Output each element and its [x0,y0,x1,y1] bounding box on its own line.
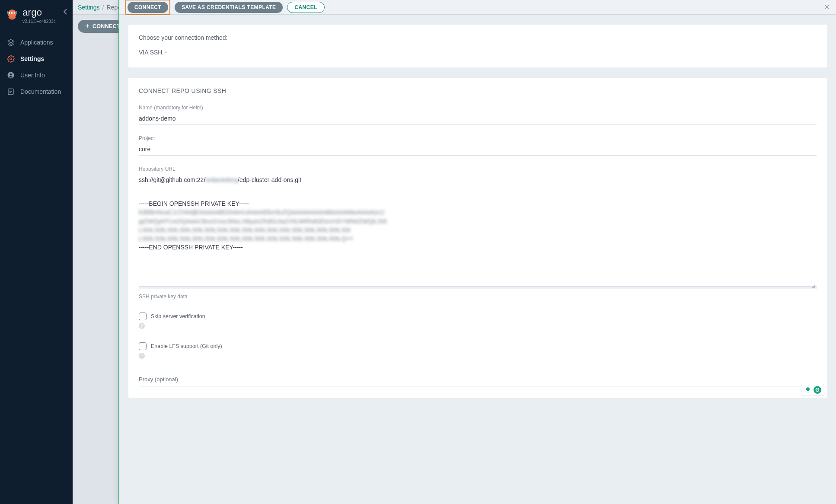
project-input[interactable] [139,144,817,156]
plus-icon [85,23,90,30]
sidebar-collapse-icon[interactable] [61,8,69,17]
panel-action-bar: CONNECT SAVE AS CREDENTIALS TEMPLATE CAN… [119,0,836,15]
highlight-frame: CONNECT [125,0,170,15]
sidebar: argo v2.11.5+c4b283c Applications Settin… [0,0,73,504]
connection-method-card: Choose your connection method: VIA SSH [128,24,827,68]
svg-point-4 [13,12,14,13]
svg-rect-10 [8,89,13,95]
cancel-button[interactable]: CANCEL [287,2,324,13]
sidebar-header: argo v2.11.5+c4b283c [0,4,73,30]
connection-method-prompt: Choose your connection method: [139,34,817,41]
name-label: Name (mandatory for Helm) [139,105,817,111]
repo-url-redacted: redactedorg [205,176,238,183]
stack-icon [6,38,15,46]
sidebar-item-user-info[interactable]: User Info [0,67,73,83]
sidebar-item-label: Applications [20,39,53,46]
project-label: Project [139,135,817,141]
name-input[interactable] [139,113,817,125]
grammarly-icon[interactable]: G [814,386,821,394]
sidebar-nav: Applications Settings User Info Document… [0,34,73,100]
ssh-key-end: -----END OPENSSH PRIVATE KEY----- [139,243,817,252]
breadcrumb-root[interactable]: Settings [78,4,100,11]
textarea-resize-handle[interactable] [139,287,817,289]
repo-url-label: Repository URL [139,166,817,172]
sidebar-item-settings[interactable]: Settings [0,51,73,67]
proxy-input-underline[interactable] [139,386,817,386]
ssh-key-begin: -----BEGIN OPENSSH PRIVATE KEY----- [139,199,817,208]
help-icon[interactable]: ? [139,323,145,329]
ssh-key-body-redacted: b3BlbnNzaC1rZXktdjEAAAAABG5vbmUAAAAEbm9u… [139,208,817,243]
sidebar-item-label: Documentation [20,88,61,95]
connect-repo-panel: CONNECT SAVE AS CREDENTIALS TEMPLATE CAN… [118,0,836,504]
ssh-key-textarea[interactable]: -----BEGIN OPENSSH PRIVATE KEY----- b3Bl… [139,199,817,287]
repo-url-field: Repository URL ssh://git@github.com:22/ … [139,166,817,186]
help-icon[interactable]: ? [139,353,145,359]
sidebar-item-label: User Info [20,72,45,79]
repo-url-suffix: /edp-cluster-add-ons.git [238,176,301,183]
svg-rect-5 [7,11,8,14]
book-icon [6,88,15,96]
enable-lfs-checkbox[interactable] [139,342,147,350]
sidebar-item-label: Settings [20,55,44,62]
brand-text: argo v2.11.5+c4b283c [22,8,55,24]
enable-lfs-label: Enable LFS support (Git only) [151,343,222,349]
breadcrumb-separator: / [102,4,104,11]
save-as-template-button[interactable]: SAVE AS CREDENTIALS TEMPLATE [175,2,283,13]
connection-method-value: VIA SSH [139,49,162,56]
repo-url-prefix: ssh://git@github.com:22/ [139,176,205,183]
svg-point-9 [10,73,12,76]
brand-version: v2.11.5+c4b283c [22,19,55,24]
content-area: Settings / Repositories CONNECT REPO CON… [73,0,836,504]
skip-server-verification-label: Skip server verification [151,313,205,319]
ssh-key-field: -----BEGIN OPENSSH PRIVATE KEY----- b3Bl… [139,199,817,300]
proxy-label: Proxy (optional) [139,376,817,383]
repo-url-input[interactable]: ssh://git@github.com:22/ redactedorg /ed… [139,175,817,186]
sidebar-item-documentation[interactable]: Documentation [0,83,73,100]
caret-down-icon [164,49,168,56]
connection-method-dropdown[interactable]: VIA SSH [139,49,168,56]
svg-point-3 [10,12,11,13]
ssh-key-footer-label: SSH private key data [139,293,817,300]
project-field: Project [139,135,817,156]
brand-name: argo [22,8,55,17]
skip-server-verification-checkbox[interactable] [139,313,147,320]
connect-button[interactable]: CONNECT [128,2,168,13]
svg-point-7 [10,58,12,60]
skip-server-verification-row: Skip server verification [139,313,817,320]
argo-logo-icon [5,8,19,22]
panel-body[interactable]: Choose your connection method: VIA SSH C… [119,15,836,504]
svg-rect-6 [16,11,17,14]
user-icon [6,71,15,79]
close-icon[interactable] [823,3,831,13]
gear-icon [6,55,15,63]
grammar-badges: G [801,384,824,396]
ssh-form-card: CONNECT REPO USING SSH Name (mandatory f… [128,77,827,398]
form-section-title: CONNECT REPO USING SSH [139,87,817,94]
sidebar-item-applications[interactable]: Applications [0,34,73,51]
bulb-icon[interactable] [804,386,812,394]
brand-logo: argo v2.11.5+c4b283c [5,8,55,24]
name-field: Name (mandatory for Helm) [139,105,817,125]
enable-lfs-row: Enable LFS support (Git only) [139,342,817,350]
